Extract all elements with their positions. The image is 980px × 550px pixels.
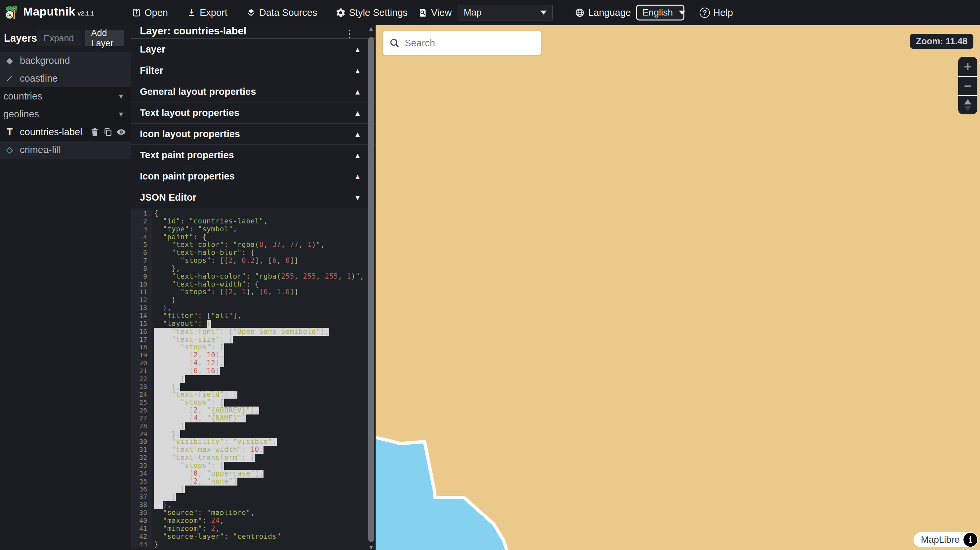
delete-layer-icon[interactable] — [90, 127, 100, 137]
menu-item-data-sources[interactable]: Data Sources — [246, 7, 317, 18]
section-layer[interactable]: Layer ▲ — [131, 39, 375, 60]
menu-item-open[interactable]: Open — [131, 7, 168, 18]
editor-line[interactable]: 4 "paint": { — [131, 234, 375, 241]
menu-item-style-settings[interactable]: Style Settings — [336, 7, 407, 18]
duplicate-layer-icon[interactable] — [103, 127, 113, 137]
layer-item-coastline[interactable]: coastline — [0, 69, 131, 87]
editor-line[interactable]: 13 }, — [131, 304, 375, 312]
json-editor[interactable]: 1{2 "id": "countries-label",3 "type": "s… — [131, 208, 375, 550]
section-general-layout-properties[interactable]: General layout properties ▲ — [131, 81, 375, 102]
attribution-link[interactable]: MapLibre — [921, 534, 959, 545]
editor-line[interactable]: 9 "text-halo-color": "rgba(255, 255, 255… — [131, 273, 375, 281]
compass-button[interactable] — [958, 95, 977, 114]
layer-item-background[interactable]: ◆ background — [0, 52, 131, 69]
editor-line[interactable]: 30 "visibility": "visible", — [131, 438, 375, 446]
layer-group-geolines[interactable]: geolines ▾ — [0, 105, 131, 123]
editor-line[interactable]: 24 "text-field": { — [131, 391, 375, 399]
layers-title: Layers — [4, 32, 37, 44]
line-number: 40 — [131, 517, 152, 525]
gear-icon — [336, 8, 346, 18]
editor-line[interactable]: 14 "filter": ["all"], — [131, 312, 375, 320]
scrollbar-thumb[interactable] — [368, 37, 374, 542]
diamond-outline-icon: ◇ — [5, 145, 14, 155]
editor-line[interactable]: 34 [0, "uppercase"], — [131, 470, 375, 478]
editor-line[interactable]: 8 }, — [131, 265, 375, 273]
map-view[interactable]: Zoom: 11.48 + − MapLibre i — [375, 25, 980, 550]
editor-line[interactable]: 20 [4, 12], — [131, 359, 375, 367]
view-select-value: Map — [463, 7, 481, 18]
editor-line[interactable]: 19 [2, 10], — [131, 351, 375, 359]
zoom-out-button[interactable]: − — [958, 76, 977, 95]
editor-line[interactable]: 33 "stops": [ — [131, 462, 375, 470]
editor-line[interactable]: 11 "stops": [[2, 1], [6, 1.6]] — [131, 288, 375, 296]
line-number: 36 — [131, 486, 152, 493]
menu-item-export[interactable]: Export — [186, 7, 228, 18]
language-select[interactable]: English — [636, 5, 684, 21]
editor-line[interactable]: 32 "text-transform": { — [131, 454, 375, 462]
editor-line[interactable]: 35 [2, "none"] — [131, 478, 375, 486]
editor-line[interactable]: 25 "stops": [ — [131, 399, 375, 407]
editor-line[interactable]: 40 "maxzoom": 24, — [131, 517, 375, 525]
editor-line[interactable]: 1{ — [131, 210, 375, 218]
section-json-editor[interactable]: JSON Editor ▼ — [131, 187, 375, 208]
editor-line[interactable]: 12 } — [131, 296, 375, 304]
editor-line[interactable]: 39 "source": "maplibre", — [131, 509, 375, 517]
layer-item-crimea-fill[interactable]: ◇ crimea-fill — [0, 141, 131, 159]
expand-button[interactable]: Expand — [37, 30, 81, 46]
editor-line[interactable]: 28 ] — [131, 423, 375, 430]
editor-line[interactable]: 2 "id": "countries-label", — [131, 218, 375, 226]
editor-line[interactable]: 21 [6, 16] — [131, 367, 375, 375]
visibility-eye-icon[interactable] — [116, 127, 126, 137]
info-icon[interactable]: i — [964, 533, 977, 547]
section-text-paint-properties[interactable]: Text paint properties ▲ — [131, 145, 375, 166]
brand[interactable]: Maputnik v2.1.1 — [0, 5, 131, 20]
section-icon-paint-properties[interactable]: Icon paint properties ▲ — [131, 166, 375, 187]
topbar-menu: Open Export Data Sources Style Settings — [131, 7, 408, 18]
editor-line[interactable]: 22 ] — [131, 375, 375, 383]
editor-line[interactable]: 42 "source-layer": "centroids" — [131, 533, 375, 541]
editor-line[interactable]: 17 "text-size": { — [131, 336, 375, 344]
editor-line[interactable]: 5 "text-color": "rgba(8, 37, 77, 1)", — [131, 241, 375, 249]
editor-line[interactable]: 27 [4, "{NAME}"] — [131, 415, 375, 423]
section-icon-layout-properties[interactable]: Icon layout properties ▲ — [131, 124, 375, 145]
layer-group-countries[interactable]: countries ▾ — [0, 87, 131, 105]
editor-line[interactable]: 29 }, — [131, 430, 375, 438]
line-number: 29 — [131, 430, 152, 438]
line-number: 7 — [131, 257, 152, 265]
add-layer-button[interactable]: Add Layer — [84, 30, 124, 46]
editor-line[interactable]: 10 "text-halo-width": { — [131, 281, 375, 289]
editor-line[interactable]: 38 }, — [131, 501, 375, 509]
editor-line[interactable]: 36 ] — [131, 486, 375, 493]
editor-line[interactable]: 41 "minzoom": 2, — [131, 525, 375, 533]
editor-line[interactable]: 43} — [131, 540, 375, 548]
bearing-up-icon — [964, 99, 971, 105]
section-filter[interactable]: Filter ▲ — [131, 60, 375, 81]
editor-line[interactable]: 16 "text-font": ["Open Sans Semibold"], — [131, 328, 375, 336]
help-group[interactable]: ? Help — [700, 7, 733, 18]
editor-line[interactable]: 26 [2, "{ABBREV}"], — [131, 407, 375, 415]
layers-sidebar: Layers Expand Add Layer ◆ background coa… — [0, 25, 131, 550]
line-number: 31 — [131, 446, 152, 454]
editor-line[interactable]: 3 "type": "symbol", — [131, 226, 375, 234]
zoom-in-button[interactable]: + — [958, 57, 977, 76]
panel-scrollbar[interactable]: ▲ ▼ — [367, 25, 375, 550]
editor-line[interactable]: 18 "stops": [ — [131, 343, 375, 351]
layer-item-countries-label[interactable]: T countries-label — [0, 123, 131, 141]
view-select[interactable]: Map — [458, 5, 553, 21]
section-text-layout-properties[interactable]: Text layout properties ▲ — [131, 102, 375, 124]
line-number: 11 — [131, 288, 152, 296]
editor-line[interactable]: 15 "layout": { — [131, 320, 375, 328]
collapse-arrow-icon: ▲ — [355, 46, 360, 53]
editor-line[interactable]: 37 } — [131, 493, 375, 501]
editor-line[interactable]: 23 }, — [131, 383, 375, 391]
line-number: 6 — [131, 249, 152, 257]
kebab-menu-icon[interactable]: ⋮ — [345, 30, 355, 37]
editor-line[interactable]: 31 "text-max-width": 10, — [131, 446, 375, 454]
search-input[interactable] — [383, 31, 541, 55]
editor-line[interactable]: 6 "text-halo-blur": { — [131, 249, 375, 257]
line-number: 4 — [131, 234, 152, 241]
scroll-down-icon[interactable]: ▼ — [367, 545, 375, 550]
line-number: 13 — [131, 304, 152, 312]
scroll-up-icon[interactable]: ▲ — [367, 26, 375, 31]
editor-line[interactable]: 7 "stops": [[2, 0.2], [6, 0]] — [131, 257, 375, 265]
